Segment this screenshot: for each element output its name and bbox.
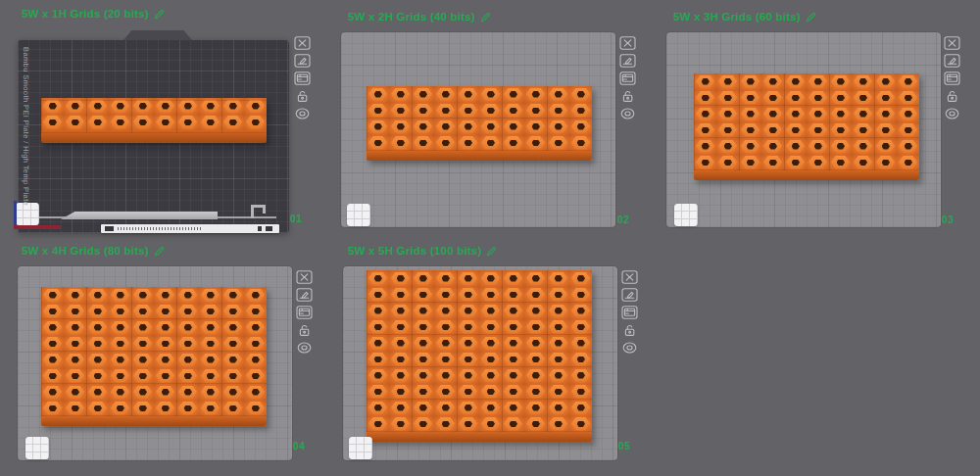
hex-socket — [761, 73, 784, 90]
plate-title[interactable]: 5W x 4H Grids (80 bits) — [22, 245, 165, 257]
hex-socket — [434, 135, 457, 152]
hex-socket — [131, 384, 154, 401]
plate-settings-icon[interactable] — [621, 306, 638, 319]
hex-socket — [64, 384, 86, 401]
edit-plate-title-icon[interactable] — [486, 246, 497, 257]
hex-socket — [784, 138, 807, 155]
grid-base — [367, 151, 592, 161]
plate-settings-icon[interactable] — [296, 306, 313, 319]
lock-plate-icon[interactable] — [619, 89, 636, 103]
edit-plate-title-icon[interactable] — [154, 9, 165, 20]
hex-socket — [389, 86, 412, 103]
hex-socket — [852, 73, 874, 90]
hex-socket — [739, 73, 761, 90]
hex-socket — [109, 368, 131, 385]
plate-label-strip — [101, 224, 279, 233]
plate-title[interactable]: 5W x 1H Grids (20 bits) — [22, 8, 165, 20]
hex-socket — [852, 138, 874, 155]
delete-plate-icon[interactable] — [621, 270, 638, 284]
hex-socket — [897, 155, 919, 171]
hex-socket — [457, 319, 479, 336]
edit-plate-title-icon[interactable] — [806, 12, 816, 23]
hex-socket — [131, 115, 154, 131]
hex-socket — [784, 90, 807, 107]
focus-plate-icon[interactable] — [294, 107, 311, 120]
hex-socket — [389, 135, 412, 152]
hex-socket — [524, 135, 547, 152]
hex-socket — [569, 384, 592, 401]
hex-socket — [131, 352, 154, 368]
hex-socket — [547, 384, 569, 401]
printed-object-grid[interactable] — [41, 287, 267, 426]
hex-socket — [547, 135, 569, 152]
hex-socket — [852, 122, 874, 139]
hex-socket — [154, 352, 176, 368]
hex-socket — [41, 115, 64, 131]
hex-socket — [64, 368, 86, 385]
hex-socket — [154, 401, 176, 417]
delete-plate-icon[interactable] — [296, 270, 313, 284]
hex-socket — [524, 287, 547, 304]
hex-socket — [434, 384, 457, 401]
hex-socket — [64, 336, 86, 353]
hex-socket — [412, 319, 434, 336]
hex-socket — [86, 401, 109, 417]
plate-toolbar — [621, 270, 638, 355]
edit-plate-title-icon[interactable] — [154, 246, 165, 257]
lock-plate-icon[interactable] — [294, 89, 311, 103]
delete-plate-icon[interactable] — [619, 36, 636, 50]
printed-object-grid[interactable] — [367, 86, 592, 161]
hex-socket — [739, 122, 761, 139]
plate-front-rail — [61, 212, 218, 219]
plate-title[interactable]: 5W x 5H Grids (100 bits) — [348, 245, 497, 257]
hex-socket — [412, 400, 434, 416]
hex-socket — [244, 115, 267, 131]
edit-plate-name-icon[interactable] — [944, 54, 960, 68]
hex-socket — [807, 122, 829, 139]
hex-socket — [524, 270, 547, 287]
plate-title-text: 5W x 1H Grids (20 bits) — [22, 8, 149, 20]
hex-socket — [434, 119, 457, 135]
delete-plate-icon[interactable] — [294, 36, 311, 50]
focus-plate-icon[interactable] — [944, 107, 960, 120]
lock-plate-icon[interactable] — [621, 323, 638, 337]
printed-object-grid[interactable] — [367, 270, 592, 442]
focus-plate-icon[interactable] — [621, 341, 638, 355]
lock-plate-icon[interactable] — [296, 323, 313, 337]
printed-object-grid[interactable] — [694, 73, 919, 180]
hex-socket — [569, 335, 592, 352]
edit-plate-title-icon[interactable] — [480, 12, 491, 23]
hex-socket — [524, 367, 547, 384]
hex-socket — [739, 138, 761, 155]
plate-settings-icon[interactable] — [294, 71, 311, 85]
hex-socket — [412, 335, 434, 352]
plate-title[interactable]: 5W x 3H Grids (60 bits) — [673, 11, 816, 23]
hex-socket — [367, 416, 389, 433]
plate-title[interactable]: 5W x 2H Grids (40 bits) — [348, 11, 491, 23]
hex-socket — [457, 103, 479, 119]
focus-plate-icon[interactable] — [619, 107, 636, 120]
edit-plate-name-icon[interactable] — [294, 54, 311, 68]
hex-socket — [457, 287, 479, 304]
edit-plate-name-icon[interactable] — [621, 288, 638, 302]
hex-socket — [739, 106, 761, 122]
lock-plate-icon[interactable] — [944, 89, 960, 103]
hex-socket — [244, 287, 267, 304]
hex-socket — [569, 135, 592, 152]
edit-plate-name-icon[interactable] — [619, 54, 636, 68]
plate-settings-icon[interactable] — [944, 71, 960, 85]
hex-socket — [502, 352, 524, 368]
hex-socket — [502, 319, 524, 336]
hex-socket — [154, 336, 176, 353]
hex-socket — [176, 401, 199, 417]
hex-socket — [547, 119, 569, 135]
hex-socket — [244, 384, 267, 401]
edit-plate-name-icon[interactable] — [296, 288, 313, 302]
plate-settings-icon[interactable] — [619, 71, 636, 85]
hex-socket — [716, 90, 739, 107]
plate-clip — [251, 205, 270, 218]
focus-plate-icon[interactable] — [296, 341, 313, 355]
printed-object-grid[interactable] — [41, 98, 267, 143]
plate-number: 04 — [293, 441, 306, 452]
delete-plate-icon[interactable] — [944, 36, 960, 50]
